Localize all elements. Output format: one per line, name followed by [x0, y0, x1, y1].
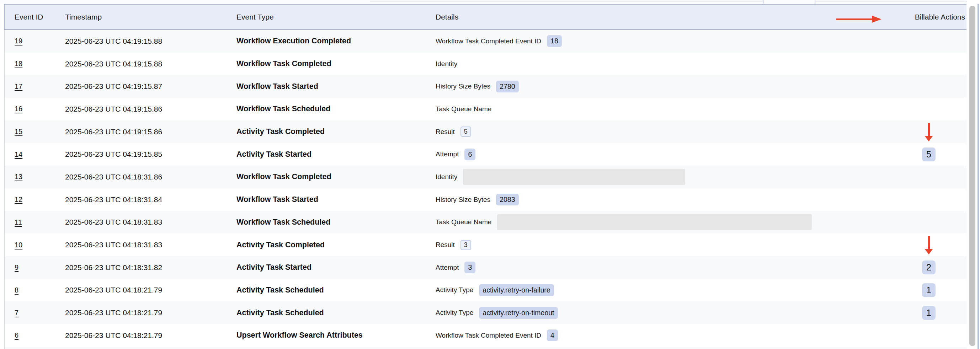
timestamp-text: 2025-06-23 UTC 04:19:15.85: [65, 150, 162, 158]
details-value-chip: 18: [547, 35, 562, 47]
scrollbar-thumb[interactable]: [969, 6, 975, 346]
event-type-text: Workflow Task Completed: [237, 59, 331, 68]
event-row[interactable]: 19 2025-06-23 UTC 04:19:15.88 Workflow E…: [5, 30, 966, 52]
details-value-chip: 5: [460, 127, 471, 137]
event-row[interactable]: 16 2025-06-23 UTC 04:19:15.86 Workflow T…: [5, 98, 966, 121]
arrow-head: [925, 249, 933, 254]
details-value-chip: activity.retry-on-timeout: [479, 307, 558, 319]
redacted-value-box: [463, 169, 685, 185]
event-type-text: Activity Task Completed: [237, 127, 325, 136]
event-row[interactable]: 9 2025-06-23 UTC 04:18:31.82 Activity Ta…: [5, 256, 966, 279]
event-type-text: Workflow Task Started: [237, 82, 318, 90]
timestamp-text: 2025-06-23 UTC 04:18:31.82: [65, 263, 162, 271]
billable-actions-badge: 5: [922, 148, 935, 161]
event-row[interactable]: 11 2025-06-23 UTC 04:18:31.83 Workflow T…: [5, 211, 966, 234]
event-type-text: Workflow Task Scheduled: [237, 218, 330, 226]
arrow-shaft: [928, 236, 930, 249]
details-value-chip: 3: [460, 240, 471, 250]
table-body: 19 2025-06-23 UTC 04:19:15.88 Workflow E…: [4, 30, 966, 347]
details-label: Identity: [436, 60, 457, 68]
event-id-link[interactable]: 11: [14, 218, 22, 226]
details-label: Identity: [436, 173, 457, 181]
event-id-link[interactable]: 9: [14, 263, 19, 271]
details-value-chip: 2780: [496, 81, 519, 92]
event-row[interactable]: 15 2025-06-23 UTC 04:19:15.86 Activity T…: [5, 121, 966, 143]
timestamp-text: 2025-06-23 UTC 04:19:15.88: [65, 60, 162, 68]
redacted-value-box: [497, 214, 812, 230]
top-strip: [0, 0, 980, 4]
details-label: History Size Bytes: [436, 196, 490, 204]
details-label: Task Queue Name: [436, 218, 492, 226]
column-header-timestamp: Timestamp: [65, 13, 237, 21]
event-type-text: Workflow Task Scheduled: [237, 105, 330, 113]
timestamp-text: 2025-06-23 UTC 04:19:15.86: [65, 105, 162, 113]
event-id-link[interactable]: 12: [14, 195, 22, 203]
event-id-link[interactable]: 17: [14, 82, 22, 90]
details-label: Workflow Task Completed Event ID: [436, 37, 541, 45]
billable-annotation-down-arrow-icon: [925, 123, 933, 141]
event-type-text: Workflow Task Completed: [237, 172, 331, 181]
event-type-text: Workflow Execution Completed: [237, 36, 351, 45]
billable-actions-badge: 1: [922, 283, 935, 297]
event-row[interactable]: 12 2025-06-23 UTC 04:18:31.84 Workflow T…: [5, 188, 966, 211]
details-value-chip: 3: [465, 262, 476, 273]
top-divider-left: [370, 1, 763, 2]
timestamp-text: 2025-06-23 UTC 04:18:31.83: [65, 241, 162, 249]
event-type-text: Activity Task Started: [237, 150, 312, 159]
details-label: Attempt: [436, 150, 459, 158]
details-label: History Size Bytes: [436, 82, 490, 90]
event-id-link[interactable]: 16: [14, 105, 22, 113]
event-type-text: Workflow Task Started: [237, 195, 318, 204]
details-label: Task Queue Name: [436, 105, 492, 113]
timestamp-text: 2025-06-23 UTC 04:18:21.79: [65, 286, 162, 294]
billable-actions-badge: 1: [922, 306, 935, 320]
details-label: Result: [436, 128, 455, 136]
event-id-link[interactable]: 13: [14, 173, 22, 181]
event-row[interactable]: 13 2025-06-23 UTC 04:18:31.86 Workflow T…: [5, 166, 966, 188]
top-stub-left: [763, 0, 764, 3]
event-row[interactable]: 17 2025-06-23 UTC 04:19:15.87 Workflow T…: [5, 75, 966, 98]
event-id-link[interactable]: 10: [14, 241, 22, 249]
arrow-shaft: [928, 123, 930, 136]
event-row[interactable]: 18 2025-06-23 UTC 04:19:15.88 Workflow T…: [5, 52, 966, 75]
event-row[interactable]: 10 2025-06-23 UTC 04:18:31.83 Activity T…: [5, 233, 966, 256]
event-row[interactable]: 6 2025-06-23 UTC 04:18:21.79 Upsert Work…: [5, 324, 966, 347]
column-header-event-type: Event Type: [237, 13, 436, 21]
column-header-details: Details: [436, 13, 887, 21]
table-header-row: Event ID Timestamp Event Type Details Bi…: [4, 4, 966, 30]
top-divider-right: [815, 1, 980, 2]
event-id-link[interactable]: 7: [14, 309, 19, 317]
event-type-text: Upsert Workflow Search Attributes: [237, 331, 363, 339]
details-label: Result: [436, 241, 455, 249]
billable-annotation-down-arrow-icon: [925, 236, 933, 254]
next-row-edge: [4, 347, 966, 349]
details-label: Attempt: [436, 264, 459, 271]
details-label: Activity Type: [436, 309, 473, 317]
event-row[interactable]: 7 2025-06-23 UTC 04:18:21.79 Activity Ta…: [5, 301, 966, 324]
event-type-text: Activity Task Completed: [237, 241, 325, 249]
event-id-link[interactable]: 19: [14, 37, 22, 45]
timestamp-text: 2025-06-23 UTC 04:18:31.83: [65, 218, 162, 226]
details-label: Activity Type: [436, 286, 473, 294]
event-id-link[interactable]: 8: [14, 286, 19, 294]
billable-actions-badge: 2: [922, 260, 935, 274]
details-value-chip: 2083: [496, 194, 519, 205]
arrow-head: [925, 136, 933, 141]
arrow-head: [872, 16, 881, 23]
event-row[interactable]: 14 2025-06-23 UTC 04:19:15.85 Activity T…: [5, 143, 966, 166]
event-row[interactable]: 8 2025-06-23 UTC 04:18:21.79 Activity Ta…: [5, 279, 966, 302]
timestamp-text: 2025-06-23 UTC 04:18:21.79: [65, 308, 162, 317]
event-id-link[interactable]: 14: [14, 150, 22, 158]
event-type-text: Activity Task Scheduled: [237, 308, 324, 317]
event-history-table: Event ID Timestamp Event Type Details Bi…: [4, 4, 966, 349]
column-header-billable-actions: Billable Actions: [887, 5, 970, 29]
event-id-link[interactable]: 15: [14, 128, 22, 135]
event-id-link[interactable]: 6: [14, 331, 19, 339]
event-id-link[interactable]: 18: [14, 60, 22, 68]
event-type-text: Activity Task Scheduled: [237, 286, 324, 294]
timestamp-text: 2025-06-23 UTC 04:18:21.79: [65, 331, 162, 339]
details-value-chip: activity.retry-on-failure: [479, 284, 554, 296]
right-panel-edge: [977, 4, 979, 349]
timestamp-text: 2025-06-23 UTC 04:19:15.87: [65, 82, 162, 90]
timestamp-text: 2025-06-23 UTC 04:19:15.88: [65, 37, 162, 45]
